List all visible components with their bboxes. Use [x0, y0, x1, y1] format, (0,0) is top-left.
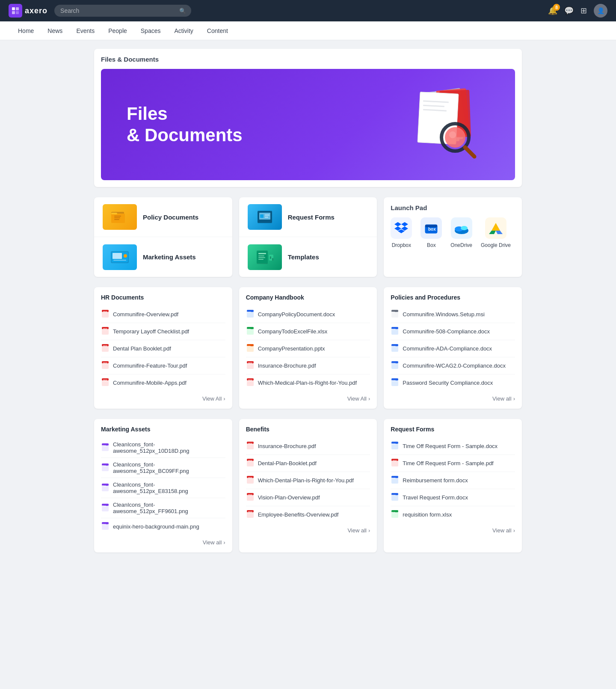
svg-rect-31 — [260, 214, 264, 218]
list-item[interactable]: PPTCompanyPresentation.pptx — [246, 340, 370, 357]
avatar[interactable]: 👤 — [594, 4, 607, 18]
logo[interactable]: axero — [9, 4, 47, 18]
search-input[interactable] — [54, 5, 191, 17]
doc-section-title: Marketing Assets — [101, 426, 225, 433]
nav-news[interactable]: News — [47, 27, 63, 34]
nav-spaces[interactable]: Spaces — [140, 27, 162, 34]
launch-box[interactable]: box Box — [421, 217, 442, 248]
png-file-icon: PNG — [101, 443, 110, 453]
svg-text:DOC: DOC — [392, 362, 396, 365]
docx-file-icon: DOC — [246, 309, 255, 319]
svg-text:PDF: PDF — [248, 443, 252, 445]
file-name: Password Security Compliance.docx — [403, 380, 493, 386]
svg-rect-22 — [114, 219, 119, 220]
pdf-file-icon: PDF — [101, 344, 110, 353]
category-policy-documents[interactable]: Policy Documents — [94, 197, 232, 237]
secondary-navigation: Home News Events People Spaces Activity … — [0, 21, 616, 40]
list-item[interactable]: PDFTemporary Layoff Checklist.pdf — [101, 323, 225, 340]
view-all-link[interactable]: View all › — [101, 539, 225, 546]
list-item[interactable]: XLSCompanyTodoExcelFile.xlsx — [246, 323, 370, 340]
docx-file-icon: DOC — [391, 344, 399, 353]
svg-rect-36 — [258, 253, 266, 254]
pdf-file-icon: PDF — [101, 378, 110, 388]
category-marketing-assets[interactable]: Marketing Assets — [94, 237, 232, 277]
svg-text:PNG: PNG — [102, 465, 106, 467]
file-name: requisition form.xlsx — [403, 511, 452, 518]
list-item[interactable]: PDFInsurance-Brochure.pdf — [246, 357, 370, 374]
launchpad-title: Launch Pad — [391, 204, 515, 211]
list-item[interactable]: DOCCompanyPolicyDocument.docx — [246, 306, 370, 323]
list-item[interactable]: PDFCommunifire-Feature-Tour.pdf — [101, 357, 225, 374]
messages-button[interactable]: 💬 — [564, 6, 574, 15]
list-item[interactable]: DOCReimbursement form.docx — [391, 472, 515, 489]
view-all-link[interactable]: View all › — [391, 527, 515, 534]
pptx-file-icon: PPT — [246, 344, 255, 353]
list-item[interactable]: XLSrequisition form.xlsx — [391, 506, 515, 523]
search-bar[interactable]: 🔍 — [54, 5, 191, 17]
list-item[interactable]: PDFDental-Plan-Booklet.pdf — [246, 455, 370, 472]
doc-section-title: Benefits — [246, 426, 370, 433]
nav-activity[interactable]: Activity — [173, 27, 194, 34]
svg-rect-20 — [114, 216, 121, 217]
view-all-link[interactable]: View All › — [246, 395, 370, 402]
list-item[interactable]: PNGCleanIcons_font-awesome_512px_BC09FF.… — [101, 458, 225, 478]
docx-file-icon: DOC — [391, 361, 399, 371]
list-item[interactable]: PDFWhich-Dental-Plan-is-Right-for-You.pd… — [246, 472, 370, 489]
onedrive-icon — [451, 217, 472, 239]
view-all-link[interactable]: View all › — [391, 395, 515, 402]
category-request-label: Request Forms — [288, 214, 335, 221]
launch-dropbox[interactable]: Dropbox — [391, 217, 412, 248]
nav-people[interactable]: People — [107, 27, 128, 34]
nav-content[interactable]: Content — [206, 27, 229, 34]
category-middle-column: Request Forms Templat — [239, 197, 377, 277]
list-item[interactable]: PDFVision-Plan-Overview.pdf — [246, 489, 370, 506]
launch-google-drive[interactable]: Google Drive — [481, 217, 511, 248]
list-item[interactable]: DOCCommunifire-WCAG2.0-Compliance.docx — [391, 357, 515, 374]
svg-text:PDF: PDF — [103, 362, 107, 365]
list-item[interactable]: PNGequinix-hero-background-main.png — [101, 518, 225, 535]
launch-onedrive[interactable]: OneDrive — [450, 217, 472, 248]
doc-file-list: PDFCommunifire-Overview.pdfPDFTemporary … — [101, 306, 225, 391]
svg-text:PNG: PNG — [102, 485, 106, 487]
list-item[interactable]: PDFDental Plan Booklet.pdf — [101, 340, 225, 357]
list-item[interactable]: PDFInsurance-Brochure.pdf — [246, 438, 370, 455]
list-item[interactable]: DOCPassword Security Compliance.docx — [391, 374, 515, 391]
doc-section-card: BenefitsPDFInsurance-Brochure.pdfPDFDent… — [239, 419, 377, 552]
list-item[interactable]: DOCTravel Request Form.docx — [391, 489, 515, 506]
nav-events[interactable]: Events — [75, 27, 95, 34]
list-item[interactable]: PNGCleanIcons_font-awesome_512px_E83158.… — [101, 478, 225, 498]
svg-rect-19 — [111, 213, 117, 214]
xlsx-file-icon: XLS — [391, 510, 399, 520]
pdf-file-icon: PDF — [391, 458, 399, 468]
category-templates[interactable]: Templates — [239, 237, 377, 277]
pdf-file-icon: PDF — [101, 327, 110, 336]
file-name: Communifire.Windows.Setup.msi — [403, 311, 484, 318]
svg-text:XLS: XLS — [247, 328, 251, 330]
list-item[interactable]: PDFTime Off Request Form - Sample.pdf — [391, 455, 515, 472]
file-name: Vision-Plan-Overview.pdf — [258, 494, 320, 501]
list-item[interactable]: PNGCleanIcons_font-awesome_512px_10D18D.… — [101, 438, 225, 458]
view-all-link[interactable]: View All › — [101, 395, 225, 402]
nav-home[interactable]: Home — [17, 27, 35, 34]
pdf-file-icon: PDF — [246, 510, 255, 520]
list-item[interactable]: DOCTime Off Request Form - Sample.docx — [391, 438, 515, 455]
list-item[interactable]: PDFEmployee-Benefits-Overview.pdf — [246, 506, 370, 523]
list-item[interactable]: PDFWhich-Medical-Plan-is-Right-for-You.p… — [246, 374, 370, 391]
file-name: Communifire-Feature-Tour.pdf — [113, 362, 187, 369]
view-all-link[interactable]: View all › — [246, 527, 370, 534]
pdf-file-icon: PDF — [246, 493, 255, 502]
file-name: Communifire-ADA-Compliance.docx — [403, 345, 492, 352]
list-item[interactable]: PNGCleanIcons_font-awesome_512px_FF9601.… — [101, 498, 225, 518]
list-item[interactable]: PDFCommunifire-Overview.pdf — [101, 306, 225, 323]
files-banner: Files & Documents — [101, 69, 515, 180]
file-name: Travel Request Form.docx — [403, 494, 468, 501]
list-item[interactable]: DOCCommunifire-ADA-Compliance.docx — [391, 340, 515, 357]
category-request-forms[interactable]: Request Forms — [239, 197, 377, 237]
svg-text:PDF: PDF — [393, 460, 397, 462]
apps-button[interactable]: ⊞ — [580, 6, 587, 15]
list-item[interactable]: PDFCommunifire-Mobile-Apps.pdf — [101, 374, 225, 391]
notifications-button[interactable]: 🔔 8 — [548, 6, 557, 15]
list-item[interactable]: DOCCommunifire-508-Compliance.docx — [391, 323, 515, 340]
list-item[interactable]: MSICommunifire.Windows.Setup.msi — [391, 306, 515, 323]
doc-file-list: DOCCompanyPolicyDocument.docxXLSCompanyT… — [246, 306, 370, 391]
